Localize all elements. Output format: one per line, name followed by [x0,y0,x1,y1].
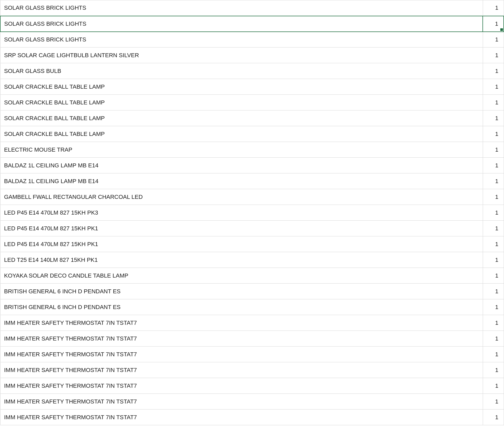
product-name-cell: SOLAR CRACKLE BALL TABLE LAMP [0,126,483,142]
product-name-cell: IMM HEATER SAFETY THERMOSTAT 7IN TSTAT7 [0,347,483,362]
quantity-cell: 1 [483,110,504,126]
table-wrapper: SOLAR GLASS BRICK LIGHTS1SOLAR GLASS BRI… [0,0,504,425]
table-row[interactable]: IMM HEATER SAFETY THERMOSTAT 7IN TSTAT71 [0,315,504,331]
data-table: SOLAR GLASS BRICK LIGHTS1SOLAR GLASS BRI… [0,0,504,425]
product-name-cell: IMM HEATER SAFETY THERMOSTAT 7IN TSTAT7 [0,362,483,378]
product-name-cell: KOYAKA SOLAR DECO CANDLE TABLE LAMP [0,268,483,284]
quantity-cell: 1 [483,284,504,299]
quantity-cell: 1 [483,394,504,410]
table-row[interactable]: BALDAZ 1L CEILING LAMP MB E141 [0,173,504,189]
quantity-cell: 1 [483,189,504,205]
product-name-cell: SOLAR CRACKLE BALL TABLE LAMP [0,79,483,95]
quantity-cell: 1 [483,158,504,173]
quantity-cell: 1 [483,32,504,47]
table-row[interactable]: LED P45 E14 470LM 827 15KH PK11 [0,221,504,236]
quantity-cell: 1 [483,299,504,315]
table-row[interactable]: SOLAR CRACKLE BALL TABLE LAMP1 [0,79,504,95]
product-name-cell: BALDAZ 1L CEILING LAMP MB E14 [0,173,483,189]
product-name-cell: LED P45 E14 470LM 827 15KH PK1 [0,221,483,236]
product-name-cell: SRP SOLAR CAGE LIGHTBULB LANTERN SILVER [0,47,483,63]
quantity-cell: 1 [483,126,504,142]
product-name-cell: GAMBELL FWALL RECTANGULAR CHARCOAL LED [0,189,483,205]
table-row[interactable]: BALDAZ 1L CEILING LAMP MB E141 [0,158,504,173]
table-row[interactable]: IMM HEATER SAFETY THERMOSTAT 7IN TSTAT71 [0,378,504,394]
quantity-cell: 1 [483,79,504,95]
table-row[interactable]: SOLAR GLASS BRICK LIGHTS1 [0,16,504,32]
table-row[interactable]: IMM HEATER SAFETY THERMOSTAT 7IN TSTAT71 [0,362,504,378]
quantity-cell: 1 [483,252,504,268]
table-row[interactable]: LED T25 E14 140LM 827 15KH PK11 [0,252,504,268]
table-row[interactable]: IMM HEATER SAFETY THERMOSTAT 7IN TSTAT71 [0,331,504,347]
product-name-cell: IMM HEATER SAFETY THERMOSTAT 7IN TSTAT7 [0,378,483,394]
table-row[interactable]: IMM HEATER SAFETY THERMOSTAT 7IN TSTAT71 [0,394,504,410]
quantity-cell: 1 [483,315,504,331]
product-name-cell: IMM HEATER SAFETY THERMOSTAT 7IN TSTAT7 [0,394,483,410]
product-name-cell: SOLAR GLASS BULB [0,63,483,79]
product-name-cell: LED P45 E14 470LM 827 15KH PK3 [0,205,483,221]
quantity-cell: 1 [483,16,504,32]
spreadsheet: SOLAR GLASS BRICK LIGHTS1SOLAR GLASS BRI… [0,0,504,436]
product-name-cell: SOLAR GLASS BRICK LIGHTS [0,32,483,47]
table-row[interactable]: SOLAR GLASS BRICK LIGHTS1 [0,0,504,16]
table-row[interactable]: KOYAKA SOLAR DECO CANDLE TABLE LAMP1 [0,268,504,284]
quantity-cell: 1 [483,173,504,189]
quantity-cell: 1 [483,331,504,347]
product-name-cell: BALDAZ 1L CEILING LAMP MB E14 [0,158,483,173]
product-name-cell: IMM HEATER SAFETY THERMOSTAT 7IN TSTAT7 [0,331,483,347]
table-row[interactable]: IMM HEATER SAFETY THERMOSTAT 7IN TSTAT71 [0,410,504,425]
quantity-cell: 1 [483,236,504,252]
quantity-cell: 1 [483,362,504,378]
table-row[interactable]: SOLAR CRACKLE BALL TABLE LAMP1 [0,95,504,110]
table-row[interactable]: LED P45 E14 470LM 827 15KH PK11 [0,236,504,252]
quantity-cell: 1 [483,205,504,221]
product-name-cell: SOLAR GLASS BRICK LIGHTS [0,16,483,32]
quantity-cell: 1 [483,378,504,394]
quantity-cell: 1 [483,0,504,16]
table-row[interactable]: SOLAR GLASS BRICK LIGHTS1 [0,32,504,47]
product-name-cell: IMM HEATER SAFETY THERMOSTAT 7IN TSTAT7 [0,410,483,425]
quantity-cell: 1 [483,47,504,63]
table-row[interactable]: ELECTRIC MOUSE TRAP1 [0,142,504,158]
table-row[interactable]: LED P45 E14 470LM 827 15KH PK31 [0,205,504,221]
table-row[interactable]: SRP SOLAR CAGE LIGHTBULB LANTERN SILVER1 [0,47,504,63]
product-name-cell: LED T25 E14 140LM 827 15KH PK1 [0,252,483,268]
table-row[interactable]: SOLAR CRACKLE BALL TABLE LAMP1 [0,110,504,126]
table-row[interactable]: GAMBELL FWALL RECTANGULAR CHARCOAL LED1 [0,189,504,205]
product-name-cell: BRITISH GENERAL 6 INCH D PENDANT ES [0,284,483,299]
table-row[interactable]: SOLAR GLASS BULB1 [0,63,504,79]
product-name-cell: SOLAR GLASS BRICK LIGHTS [0,0,483,16]
quantity-cell: 1 [483,347,504,362]
quantity-cell: 1 [483,221,504,236]
table-row[interactable]: SOLAR CRACKLE BALL TABLE LAMP1 [0,126,504,142]
table-row[interactable]: BRITISH GENERAL 6 INCH D PENDANT ES1 [0,284,504,299]
quantity-cell: 1 [483,95,504,110]
product-name-cell: ELECTRIC MOUSE TRAP [0,142,483,158]
product-name-cell: SOLAR CRACKLE BALL TABLE LAMP [0,95,483,110]
table-row[interactable]: IMM HEATER SAFETY THERMOSTAT 7IN TSTAT71 [0,347,504,362]
product-name-cell: IMM HEATER SAFETY THERMOSTAT 7IN TSTAT7 [0,315,483,331]
product-name-cell: BRITISH GENERAL 6 INCH D PENDANT ES [0,299,483,315]
quantity-cell: 1 [483,142,504,158]
quantity-cell: 1 [483,63,504,79]
quantity-cell: 1 [483,410,504,425]
product-name-cell: SOLAR CRACKLE BALL TABLE LAMP [0,110,483,126]
quantity-cell: 1 [483,268,504,284]
product-name-cell: LED P45 E14 470LM 827 15KH PK1 [0,236,483,252]
table-row[interactable]: BRITISH GENERAL 6 INCH D PENDANT ES1 [0,299,504,315]
